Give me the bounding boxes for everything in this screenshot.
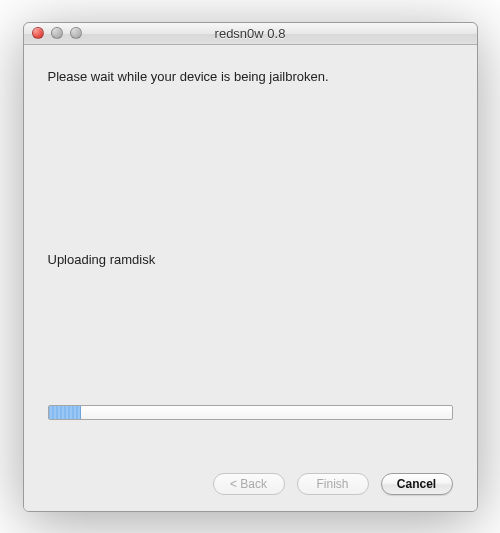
- window-title: redsn0w 0.8: [24, 26, 477, 41]
- traffic-lights: [24, 27, 82, 39]
- titlebar[interactable]: redsn0w 0.8: [24, 23, 477, 45]
- progress-fill: [49, 406, 81, 419]
- close-icon[interactable]: [32, 27, 44, 39]
- content-area: Please wait while your device is being j…: [24, 45, 477, 511]
- back-button: < Back: [213, 473, 285, 495]
- progress-bar: [48, 405, 453, 420]
- main-message: Please wait while your device is being j…: [48, 69, 453, 84]
- minimize-icon: [51, 27, 63, 39]
- app-window: redsn0w 0.8 Please wait while your devic…: [23, 22, 478, 512]
- finish-button: Finish: [297, 473, 369, 495]
- button-row: < Back Finish Cancel: [48, 457, 453, 497]
- progress-area: [48, 405, 453, 420]
- status-message: Uploading ramdisk: [48, 252, 453, 267]
- zoom-icon: [70, 27, 82, 39]
- cancel-button[interactable]: Cancel: [381, 473, 453, 495]
